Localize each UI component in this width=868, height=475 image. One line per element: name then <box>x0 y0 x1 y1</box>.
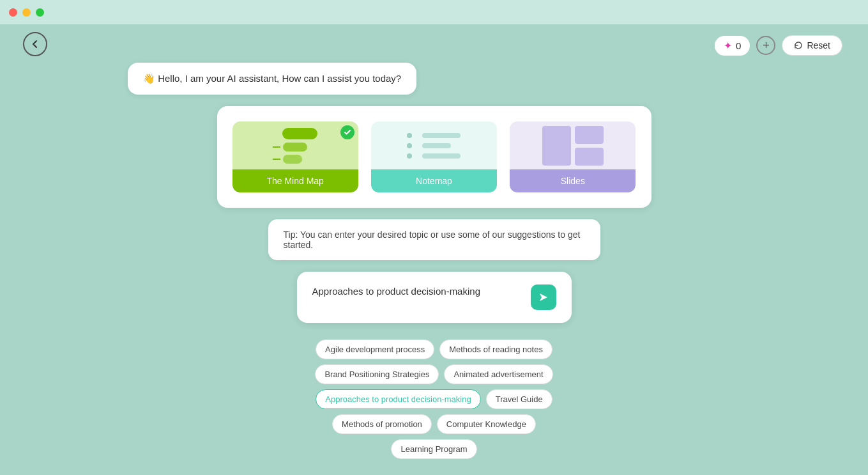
main-content: 👋 Hello, I am your AI assistant, How can… <box>0 24 868 475</box>
type-option-mindmap[interactable]: The Mind Map <box>232 121 358 192</box>
suggestion-chip[interactable]: Learning Program <box>391 439 476 459</box>
suggestion-chip[interactable]: Agile development process <box>316 339 434 359</box>
slides-label: Slides <box>510 169 636 192</box>
mindmap-icon <box>273 128 317 164</box>
suggestion-chip[interactable]: Computer Knowledge <box>437 414 536 434</box>
mindmap-label: The Mind Map <box>232 169 358 192</box>
tip-box: Tip: You can enter your desired topic or… <box>268 219 600 260</box>
notemap-preview <box>371 121 497 169</box>
input-card <box>297 272 572 323</box>
type-option-notemap[interactable]: Notemap <box>371 121 497 192</box>
chat-greeting: 👋 Hello, I am your AI assistant, How can… <box>128 63 416 95</box>
send-icon <box>538 292 549 302</box>
type-selection-card: The Mind Map <box>217 106 651 208</box>
titlebar <box>0 0 868 24</box>
topic-input[interactable] <box>312 286 531 309</box>
slides-icon <box>540 123 606 168</box>
notemap-icon <box>407 133 461 159</box>
selected-checkmark <box>340 125 354 139</box>
suggestion-chip[interactable]: Methods of promotion <box>332 414 432 434</box>
notemap-label: Notemap <box>371 169 497 192</box>
suggestion-chip[interactable]: Brand Positioning Strategies <box>315 364 439 384</box>
slides-preview <box>510 121 636 169</box>
suggestion-chip-active[interactable]: Approaches to product decision-making <box>316 389 480 409</box>
maximize-button[interactable] <box>36 8 44 17</box>
input-row <box>312 284 556 310</box>
minimize-button[interactable] <box>22 8 31 17</box>
suggestion-chip[interactable]: Travel Guide <box>486 389 552 409</box>
suggestion-chip[interactable]: Animated advertisement <box>444 364 552 384</box>
close-button[interactable] <box>9 8 17 17</box>
send-button[interactable] <box>531 284 556 310</box>
type-option-slides[interactable]: Slides <box>510 121 636 192</box>
suggestion-chip[interactable]: Methods of reading notes <box>439 339 552 359</box>
suggestions-container: Agile development process Methods of rea… <box>297 334 572 459</box>
mindmap-preview <box>232 121 358 169</box>
